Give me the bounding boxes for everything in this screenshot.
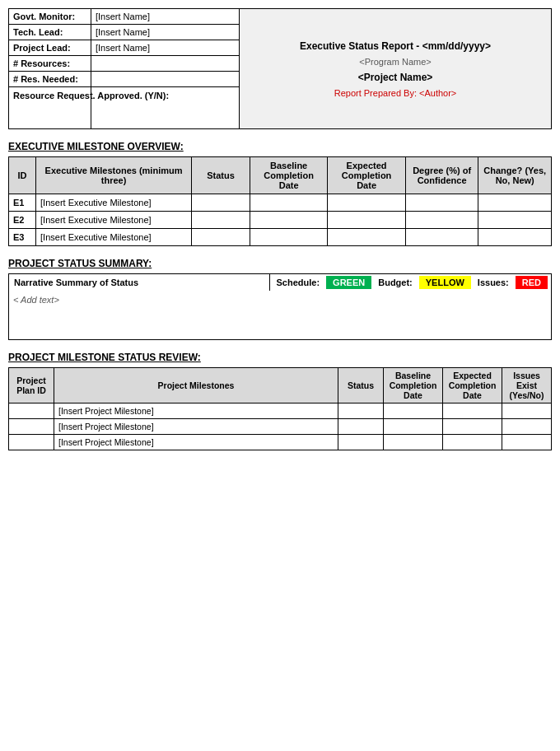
project-milestone-title: PROJECT MILESTONE STATUS REVIEW: <box>8 352 552 363</box>
res-needed-row: # Res. Needed: <box>9 72 239 87</box>
right-header: Executive Status Report - <mm/dd/yyyy> <… <box>240 9 551 128</box>
executive-milestone-title: EXECUTIVE MILESTONE OVERVIEW: <box>8 141 552 152</box>
col-confidence: Degree (%) of Confidence <box>405 157 478 194</box>
program-name[interactable]: <Program Name> <box>359 57 431 67</box>
exec-milestone-row: E3 [Insert Executive Milestone] <box>9 229 552 246</box>
tech-lead-label: Tech. Lead: <box>9 25 91 40</box>
tech-lead-value[interactable]: [Insert Name] <box>91 25 239 40</box>
col-baseline: Baseline Completion Date <box>250 157 327 194</box>
resource-request-row: Resource Request. Approved. (Y/N): <box>9 87 239 128</box>
exec-row-milestone[interactable]: [Insert Executive Milestone] <box>36 194 192 212</box>
proj-row-expected[interactable] <box>443 403 502 419</box>
issues-badge[interactable]: RED <box>516 276 548 289</box>
exec-row-baseline[interactable] <box>250 194 327 212</box>
proj-row-milestone[interactable]: [Insert Project Milestone] <box>54 403 338 419</box>
resources-value[interactable] <box>91 56 239 71</box>
project-milestone-table: Project Plan ID Project Milestones Statu… <box>8 367 552 450</box>
exec-row-expected[interactable] <box>328 212 405 229</box>
exec-row-id: E1 <box>9 194 36 212</box>
proj-row-issues[interactable] <box>502 435 552 450</box>
col-milestones: Executive Milestones (minimum three) <box>36 157 192 194</box>
project-lead-value[interactable]: [Insert Name] <box>91 40 239 55</box>
exec-row-change[interactable] <box>478 229 552 246</box>
govt-monitor-value[interactable]: [Insert Name] <box>91 9 239 24</box>
govt-monitor-row: Govt. Monitor: [Insert Name] <box>9 9 239 25</box>
issues-label: Issues: <box>474 276 512 289</box>
proj-row-expected[interactable] <box>443 435 502 450</box>
exec-row-id: E3 <box>9 229 36 246</box>
pm-col-expected: Expected Completion Date <box>443 368 502 403</box>
exec-milestone-row: E1 [Insert Executive Milestone] <box>9 194 552 212</box>
budget-label: Budget: <box>375 276 416 289</box>
exec-row-id: E2 <box>9 212 36 229</box>
status-header-row: Narrative Summary of Status Schedule: GR… <box>8 273 552 291</box>
res-needed-label: # Res. Needed: <box>9 72 91 86</box>
left-info: Govt. Monitor: [Insert Name] Tech. Lead:… <box>9 9 240 128</box>
proj-row-status[interactable] <box>338 435 384 450</box>
pm-col-id: Project Plan ID <box>9 368 54 403</box>
exec-row-milestone[interactable]: [Insert Executive Milestone] <box>36 212 192 229</box>
proj-row-baseline[interactable] <box>384 419 443 435</box>
budget-badge[interactable]: YELLOW <box>419 276 471 289</box>
proj-row-issues[interactable] <box>502 403 552 419</box>
exec-row-status[interactable] <box>192 194 250 212</box>
project-status-title: PROJECT STATUS SUMMARY: <box>8 258 552 269</box>
narrative-label: Narrative Summary of Status <box>9 274 270 291</box>
project-name[interactable]: <Project Name> <box>358 72 433 83</box>
exec-row-status[interactable] <box>192 212 250 229</box>
proj-row-baseline[interactable] <box>384 435 443 450</box>
proj-row-milestone[interactable]: [Insert Project Milestone] <box>54 419 338 435</box>
pm-col-milestones: Project Milestones <box>54 368 338 403</box>
proj-row-expected[interactable] <box>443 419 502 435</box>
pm-col-issues: Issues Exist (Yes/No) <box>502 368 552 403</box>
tech-lead-row: Tech. Lead: [Insert Name] <box>9 25 239 40</box>
exec-row-confidence[interactable] <box>405 229 478 246</box>
exec-row-expected[interactable] <box>328 229 405 246</box>
resources-row: # Resources: <box>9 56 239 72</box>
pm-col-status: Status <box>338 368 384 403</box>
col-id: ID <box>9 157 36 194</box>
exec-row-milestone[interactable]: [Insert Executive Milestone] <box>36 229 192 246</box>
exec-row-baseline[interactable] <box>250 212 327 229</box>
resources-label: # Resources: <box>9 56 91 71</box>
header-section: Govt. Monitor: [Insert Name] Tech. Lead:… <box>8 8 552 129</box>
project-lead-label: Project Lead: <box>9 40 91 55</box>
exec-row-confidence[interactable] <box>405 212 478 229</box>
proj-milestone-row: [Insert Project Milestone] <box>9 419 552 435</box>
exec-row-change[interactable] <box>478 194 552 212</box>
proj-row-milestone[interactable]: [Insert Project Milestone] <box>54 435 338 450</box>
res-needed-value[interactable] <box>91 72 239 86</box>
proj-row-status[interactable] <box>338 419 384 435</box>
exec-row-change[interactable] <box>478 212 552 229</box>
proj-row-status[interactable] <box>338 403 384 419</box>
exec-row-status[interactable] <box>192 229 250 246</box>
proj-row-id <box>9 435 54 450</box>
col-change: Change? (Yes, No, New) <box>478 157 552 194</box>
proj-row-issues[interactable] <box>502 419 552 435</box>
exec-row-confidence[interactable] <box>405 194 478 212</box>
status-badges: Schedule: GREEN Budget: YELLOW Issues: R… <box>270 274 551 291</box>
proj-row-baseline[interactable] <box>384 403 443 419</box>
exec-row-baseline[interactable] <box>250 229 327 246</box>
pm-col-baseline: Baseline Completion Date <box>384 368 443 403</box>
executive-milestone-table: ID Executive Milestones (minimum three) … <box>8 156 552 246</box>
proj-row-id <box>9 403 54 419</box>
schedule-badge[interactable]: GREEN <box>326 276 371 289</box>
report-prepared[interactable]: Report Prepared By: <Author> <box>334 88 457 98</box>
project-lead-row: Project Lead: [Insert Name] <box>9 40 239 56</box>
proj-row-id <box>9 419 54 435</box>
proj-milestone-row: [Insert Project Milestone] <box>9 403 552 419</box>
govt-monitor-label: Govt. Monitor: <box>9 9 91 24</box>
col-status: Status <box>192 157 250 194</box>
resource-request-value[interactable] <box>91 87 239 128</box>
exec-row-expected[interactable] <box>328 194 405 212</box>
proj-milestone-row: [Insert Project Milestone] <box>9 435 552 450</box>
exec-milestone-row: E2 [Insert Executive Milestone] <box>9 212 552 229</box>
status-text-area[interactable]: < Add text> <box>8 291 552 340</box>
col-expected: Expected Completion Date <box>328 157 405 194</box>
report-title: Executive Status Report - <mm/dd/yyyy> <box>300 40 491 52</box>
schedule-label: Schedule: <box>273 276 324 289</box>
resource-request-label: Resource Request. Approved. (Y/N): <box>9 87 91 128</box>
